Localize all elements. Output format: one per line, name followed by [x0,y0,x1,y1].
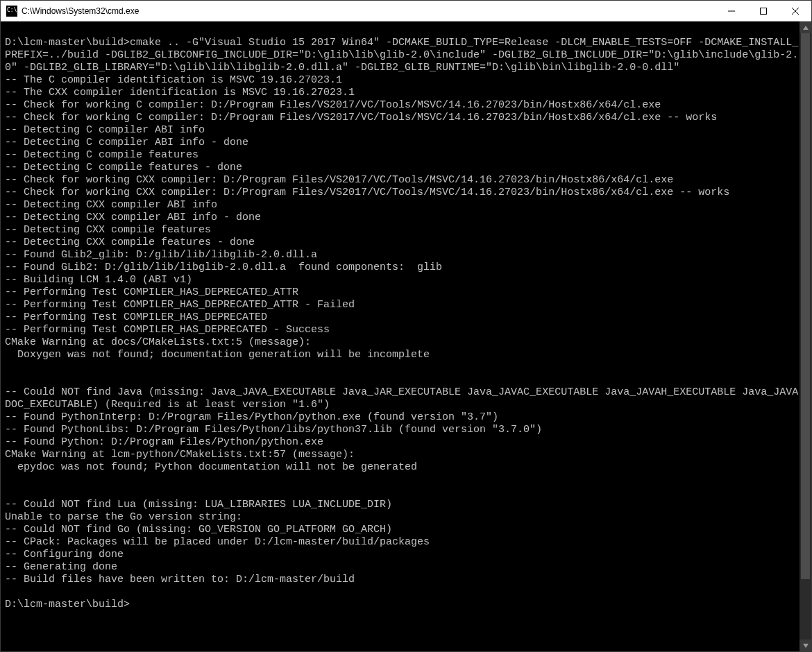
svg-marker-4 [803,26,809,30]
chevron-up-icon [803,25,809,31]
minimize-icon [728,8,735,15]
scrollbar-track[interactable] [800,33,811,640]
scroll-down-button[interactable] [800,640,811,651]
terminal-area[interactable]: D:\lcm-master\build>cmake .. -G"Visual S… [1,22,811,651]
maximize-button[interactable] [747,1,779,22]
cmd-icon [6,6,17,17]
svg-marker-5 [803,644,809,648]
vertical-scrollbar[interactable] [800,22,811,651]
titlebar[interactable]: C:\Windows\System32\cmd.exe [1,1,811,22]
maximize-icon [760,8,767,15]
scroll-up-button[interactable] [800,22,811,33]
close-icon [792,8,799,15]
minimize-button[interactable] [716,1,747,22]
scrollbar-thumb[interactable] [801,33,810,579]
terminal-output[interactable]: D:\lcm-master\build>cmake .. -G"Visual S… [5,24,799,611]
cmd-window: C:\Windows\System32\cmd.exe D:\lcm-maste… [0,0,812,652]
svg-rect-1 [761,8,767,14]
close-button[interactable] [779,1,811,22]
chevron-down-icon [803,643,809,649]
window-title: C:\Windows\System32\cmd.exe [22,6,139,16]
